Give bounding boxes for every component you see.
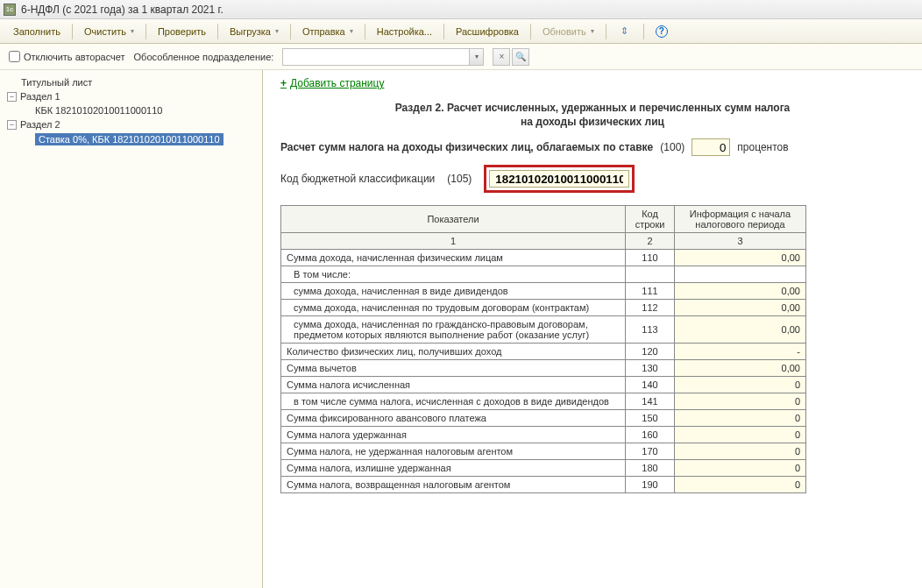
table-row: Количество физических лиц, получивших до…	[281, 344, 806, 360]
kbk-input[interactable]	[489, 170, 629, 188]
row-label: сумма дохода, начисленная по гражданско-…	[281, 316, 626, 344]
fill-button[interactable]: Заполнить	[5, 23, 68, 40]
table-row: в том числе сумма налога, исчисленная с …	[281, 393, 806, 410]
subdivision-select[interactable]: ▾	[282, 48, 484, 66]
row-code: 113	[626, 316, 675, 344]
row-label: Сумма налога исчисленная	[281, 377, 626, 393]
tree-kbk1[interactable]: КБК 18210102010011000110	[4, 103, 259, 117]
row-code: 120	[626, 344, 675, 360]
row-value[interactable]: 0	[675, 427, 806, 443]
toolbar-sep	[217, 24, 218, 39]
disable-autocalc-label: Отключить авторасчет	[24, 52, 125, 62]
table-row: сумма дохода, начисленная в виде дивиден…	[281, 283, 806, 300]
row-label: Сумма дохода, начисленная физическим лиц…	[281, 250, 626, 266]
row-value[interactable]: 0	[675, 393, 806, 410]
tree-section2[interactable]: −Раздел 2	[4, 117, 259, 131]
row-code: 140	[626, 377, 675, 393]
send-button[interactable]: Отправка	[294, 23, 361, 40]
row-label: сумма дохода, начисленная в виде дивиден…	[281, 283, 626, 300]
kbk-highlight	[484, 165, 635, 193]
row-value[interactable]: 0,00	[675, 316, 806, 344]
row-value[interactable]: 0	[675, 443, 806, 460]
table-row: Сумма налога исчисленная1400	[281, 377, 806, 393]
row-value[interactable]: -	[675, 344, 806, 360]
row-label: Сумма налога, излишне удержанная	[281, 460, 626, 477]
toolbar-sep	[145, 24, 146, 39]
disable-autocalc-checkbox[interactable]: Отключить авторасчет	[9, 51, 125, 62]
add-page-link[interactable]: Добавить страницу	[280, 77, 384, 89]
tree-title-page[interactable]: Титульный лист	[4, 75, 259, 89]
row-value[interactable]: 0,00	[675, 283, 806, 300]
row-code: 170	[626, 443, 675, 460]
toolbar-sep	[643, 24, 644, 39]
row-label: Сумма налога, возвращенная налоговым аге…	[281, 477, 626, 493]
decode-button[interactable]: Расшифровка	[448, 23, 527, 40]
toolbar-sep	[530, 24, 531, 39]
dimensions-button[interactable]: ⇕	[610, 21, 640, 42]
main-panel: Добавить страницу Раздел 2. Расчет исчис…	[263, 70, 922, 588]
tree-section1[interactable]: −Раздел 1	[4, 89, 259, 103]
row-value[interactable]: 0	[675, 460, 806, 477]
window-title: 6-НДФЛ (с 2021 года) за 1 квартал 2021 г…	[21, 4, 223, 16]
search-subdivision-button[interactable]: 🔍	[512, 48, 529, 66]
rate-code: (100)	[660, 141, 684, 153]
kbk-label: Код бюджетной классификации	[280, 173, 435, 185]
row-label: сумма дохода, начисленная по трудовым до…	[281, 300, 626, 316]
toolbar-sep	[290, 24, 291, 39]
table-row: Сумма вычетов1300,00	[281, 360, 806, 377]
row-label: Сумма фиксированного авансового платежа	[281, 410, 626, 427]
table-subheader-row: 1 2 3	[281, 233, 806, 250]
subdivision-label: Обособленное подразделение:	[134, 52, 274, 62]
check-button[interactable]: Проверить	[150, 23, 214, 40]
help-button[interactable]: ?	[648, 22, 676, 41]
tree-rate-kbk[interactable]: Ставка 0%, КБК 18210102010011000110	[4, 131, 259, 147]
navigation-tree: Титульный лист −Раздел 1 КБК 18210102010…	[0, 70, 263, 588]
table-row: Сумма налога удержанная1600	[281, 427, 806, 443]
header-info: Информация с начала налогового периода	[675, 206, 806, 233]
row-code: 112	[626, 300, 675, 316]
clear-subdivision-button[interactable]: ×	[493, 48, 510, 66]
row-code: 130	[626, 360, 675, 377]
row-code: 180	[626, 460, 675, 477]
kbk-row: Код бюджетной классификации (105)	[280, 165, 904, 193]
app-icon: 1c	[4, 4, 16, 16]
content-area: Титульный лист −Раздел 1 КБК 18210102010…	[0, 70, 922, 588]
table-row: Сумма налога, не удержанная налоговым аг…	[281, 443, 806, 460]
table-row: Сумма дохода, начисленная физическим лиц…	[281, 250, 806, 266]
row-value[interactable]: 0,00	[675, 300, 806, 316]
export-button[interactable]: Выгрузка	[222, 23, 287, 40]
table-header-row: Показатели Код строки Информация с начал…	[281, 206, 806, 233]
subdivision-tools: × 🔍	[493, 48, 529, 66]
row-value[interactable]: 0	[675, 377, 806, 393]
row-label: Сумма вычетов	[281, 360, 626, 377]
row-value	[675, 266, 806, 283]
rate-input[interactable]	[692, 138, 730, 156]
rate-label: Расчет сумм налога на доходы физических …	[280, 141, 653, 153]
toolbar-sep	[72, 24, 73, 39]
row-value[interactable]: 0,00	[675, 360, 806, 377]
dimensions-icon: ⇕	[618, 25, 632, 39]
disable-autocalc-input[interactable]	[9, 51, 20, 62]
subheader-2: 2	[626, 233, 675, 250]
row-label: Количество физических лиц, получивших до…	[281, 344, 626, 360]
row-value[interactable]: 0	[675, 410, 806, 427]
toolbar-sep	[606, 24, 606, 39]
collapse-icon[interactable]: −	[7, 120, 17, 130]
collapse-icon[interactable]: −	[7, 92, 17, 102]
row-label: Сумма налога, не удержанная налоговым аг…	[281, 443, 626, 460]
toolbar-sep	[365, 24, 365, 39]
row-value[interactable]: 0,00	[675, 250, 806, 266]
row-value[interactable]: 0	[675, 477, 806, 493]
settings-button[interactable]: Настройка...	[369, 23, 440, 40]
row-code: 110	[626, 250, 675, 266]
row-code: 190	[626, 477, 675, 493]
dropdown-icon[interactable]: ▾	[469, 49, 483, 65]
table-row: Сумма налога, излишне удержанная1800	[281, 460, 806, 477]
row-code	[626, 266, 675, 283]
row-label: Сумма налога удержанная	[281, 427, 626, 443]
table-row: сумма дохода, начисленная по гражданско-…	[281, 316, 806, 344]
refresh-button[interactable]: Обновить	[535, 23, 602, 40]
clear-button[interactable]: Очистить	[76, 23, 142, 40]
section-title-line2: на доходы физических лиц	[280, 116, 904, 128]
row-label: В том числе:	[281, 266, 626, 283]
